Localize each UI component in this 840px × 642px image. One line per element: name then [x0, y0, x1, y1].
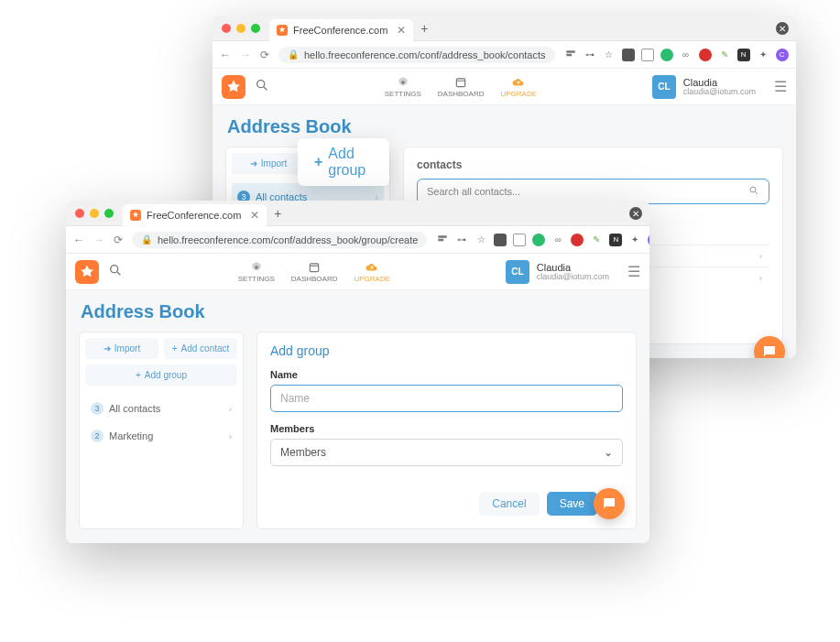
- ext-star-icon[interactable]: ☆: [475, 234, 487, 246]
- ext-icon-5[interactable]: [699, 49, 712, 61]
- sidebar: ➜ Import + Add contact + Add group 3All …: [79, 332, 244, 529]
- ext-icon-6[interactable]: ✎: [718, 49, 731, 61]
- search-icon[interactable]: [255, 78, 269, 96]
- add-group-panel: Add group Name Members Members ⌄ Cancel …: [256, 332, 637, 529]
- chevron-right-icon: ›: [759, 251, 762, 261]
- avatar: CL: [506, 260, 529, 284]
- ext-icon-2[interactable]: [641, 49, 654, 61]
- ext-icon-2[interactable]: [513, 234, 526, 246]
- ext-icon-6[interactable]: ✎: [590, 234, 603, 246]
- hamburger-icon[interactable]: ☰: [627, 263, 640, 280]
- chat-bubble-button[interactable]: [594, 488, 625, 519]
- ext-icon-1[interactable]: [622, 49, 635, 61]
- nav-dashboard[interactable]: DASHBOARD: [291, 261, 338, 283]
- nav-reload-icon[interactable]: ⟳: [260, 49, 269, 61]
- ext-star-icon[interactable]: ☆: [603, 49, 616, 61]
- save-button[interactable]: Save: [547, 492, 597, 516]
- ext-icon-5[interactable]: [571, 234, 584, 246]
- nav-upgrade[interactable]: UPGRADE: [500, 76, 537, 98]
- user-block[interactable]: CL Claudia claudia@iotum.com: [506, 260, 609, 284]
- nav-forward-icon[interactable]: →: [93, 234, 104, 246]
- content-area: Address Book ➜ Import + Add contact + Ad…: [66, 290, 649, 543]
- add-group-button[interactable]: + Add group: [85, 365, 237, 386]
- brand-logo[interactable]: [222, 75, 245, 99]
- name-label: Name: [270, 369, 623, 380]
- hamburger-icon[interactable]: ☰: [774, 78, 787, 95]
- search-icon[interactable]: [108, 263, 123, 281]
- ext-icon-1[interactable]: [494, 234, 507, 246]
- ext-key-icon[interactable]: ⊶: [584, 49, 596, 61]
- extensions-row: ⊶ ☆ ∞ ✎ N ✦ C ⋮: [564, 49, 796, 61]
- svg-point-7: [111, 265, 118, 272]
- tab-close-icon[interactable]: ✕: [397, 24, 406, 37]
- traffic-minimize[interactable]: [236, 24, 245, 33]
- ext-puzzle-icon[interactable]: ✦: [757, 49, 769, 61]
- svg-point-0: [257, 80, 265, 87]
- url-field[interactable]: 🔒 hello.freeconference.com/conf/address_…: [278, 47, 555, 63]
- calendar-icon: [308, 261, 321, 274]
- browser-tab[interactable]: FreeConference.com ✕: [269, 19, 413, 41]
- ext-profile-icon[interactable]: C: [648, 234, 649, 246]
- new-tab-button[interactable]: +: [274, 206, 281, 221]
- add-contact-button[interactable]: + Add contact: [164, 338, 237, 359]
- import-button[interactable]: ➜ Import: [85, 338, 158, 359]
- avatar: CL: [652, 75, 676, 99]
- name-input[interactable]: [270, 385, 623, 412]
- new-tab-button[interactable]: +: [420, 21, 428, 36]
- favicon-icon: [277, 25, 288, 36]
- ext-icon-3[interactable]: [532, 234, 545, 246]
- search-icon: [748, 185, 759, 198]
- sidebar-item-all-contacts[interactable]: 3All contacts ›: [85, 395, 237, 422]
- brand-logo[interactable]: [75, 260, 99, 284]
- cloud-up-icon: [512, 76, 525, 89]
- app-header: SETTINGS DASHBOARD UPGRADE CL Claudia cl…: [213, 69, 796, 105]
- ext-translate-icon[interactable]: [564, 49, 577, 61]
- chevron-right-icon: ›: [759, 273, 762, 283]
- members-select[interactable]: Members ⌄: [270, 439, 623, 466]
- ext-icon-4[interactable]: ∞: [680, 49, 693, 61]
- traffic-close[interactable]: [222, 24, 231, 33]
- browser-tab[interactable]: FreeConference.com ✕: [123, 204, 267, 226]
- sidebar-item-marketing[interactable]: 2Marketing ›: [85, 422, 237, 450]
- ext-icon-7[interactable]: N: [609, 234, 622, 246]
- svg-point-5: [750, 187, 756, 192]
- titlebar: FreeConference.com ✕ +: [213, 16, 796, 41]
- nav-reload-icon[interactable]: ⟳: [114, 234, 123, 246]
- nav-back-icon[interactable]: ←: [73, 234, 84, 246]
- close-window-icon[interactable]: ✕: [776, 22, 789, 35]
- ext-puzzle-icon[interactable]: ✦: [628, 234, 641, 246]
- chevron-right-icon: ›: [229, 404, 232, 414]
- ext-icon-4[interactable]: ∞: [551, 234, 564, 246]
- ext-key-icon[interactable]: ⊶: [455, 234, 468, 246]
- url-field[interactable]: 🔒 hello.freeconference.com/conf/address_…: [132, 232, 427, 248]
- browser-menu-icon[interactable]: ⋮: [795, 49, 796, 61]
- cancel-button[interactable]: Cancel: [479, 492, 539, 516]
- import-button[interactable]: ➜ Import: [232, 153, 305, 174]
- favicon-icon: [130, 210, 141, 221]
- calendar-icon: [454, 76, 467, 89]
- ext-icon-3[interactable]: [660, 49, 673, 61]
- ext-icon-7[interactable]: N: [737, 49, 750, 61]
- nav-settings[interactable]: SETTINGS: [385, 76, 421, 98]
- user-block[interactable]: CL Claudia claudia@iotum.com: [652, 75, 756, 99]
- nav-dashboard[interactable]: DASHBOARD: [438, 76, 485, 98]
- nav-forward-icon[interactable]: →: [240, 49, 251, 61]
- nav-settings[interactable]: SETTINGS: [238, 261, 275, 283]
- traffic-zoom[interactable]: [251, 24, 260, 33]
- nav-center: SETTINGS DASHBOARD UPGRADE: [238, 261, 390, 283]
- app-header: SETTINGS DASHBOARD UPGRADE CL Claudia cl…: [66, 254, 649, 290]
- chevron-down-icon: ⌄: [604, 446, 613, 459]
- traffic-close[interactable]: [75, 209, 84, 218]
- traffic-zoom[interactable]: [104, 209, 114, 218]
- address-bar: ← → ⟳ 🔒 hello.freeconference.com/conf/ad…: [213, 41, 796, 69]
- ext-translate-icon[interactable]: [436, 234, 449, 246]
- ext-profile-icon[interactable]: C: [776, 49, 789, 61]
- close-window-icon[interactable]: ✕: [629, 207, 642, 220]
- tab-close-icon[interactable]: ✕: [250, 209, 259, 222]
- nav-back-icon[interactable]: ←: [220, 49, 231, 61]
- add-group-tooltip[interactable]: + Add group: [298, 138, 389, 186]
- lock-icon: 🔒: [288, 49, 299, 60]
- nav-upgrade[interactable]: UPGRADE: [354, 261, 390, 283]
- url-text: hello.freeconference.com/conf/address_bo…: [304, 49, 546, 60]
- traffic-minimize[interactable]: [90, 209, 99, 218]
